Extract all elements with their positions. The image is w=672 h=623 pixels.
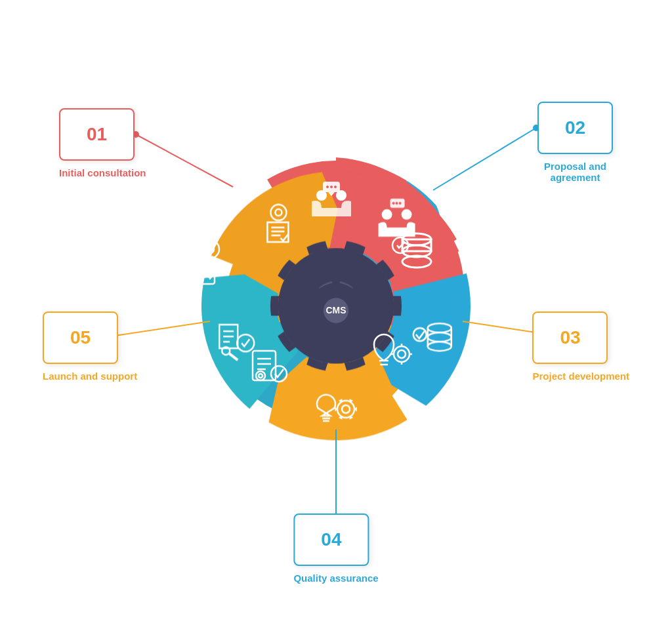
step-01-wrapper: 01 Initial consultation bbox=[59, 108, 146, 178]
svg-text:CMS: CMS bbox=[326, 305, 346, 315]
step-01-label: Initial consultation bbox=[59, 167, 146, 178]
gear-svg: CMS bbox=[303, 273, 369, 348]
step-05-box: 05 bbox=[43, 312, 118, 364]
step-05-label: Launch and support bbox=[43, 371, 137, 382]
step-02-box: 02 bbox=[537, 102, 613, 154]
step-04-label: Quality assurance bbox=[293, 573, 378, 584]
step-03-box: 03 bbox=[532, 312, 608, 364]
svg-point-45 bbox=[398, 350, 406, 358]
step-02-number: 02 bbox=[565, 117, 585, 138]
quality-icon bbox=[253, 351, 287, 382]
launch-icon bbox=[194, 240, 219, 284]
svg-point-41 bbox=[392, 237, 408, 253]
step-03-wrapper: 03 Project development bbox=[532, 312, 629, 382]
svg-point-44 bbox=[394, 346, 410, 362]
development-icon bbox=[374, 334, 412, 365]
step-04-number: 04 bbox=[321, 529, 341, 550]
consultation-icon bbox=[312, 182, 351, 216]
svg-point-35 bbox=[330, 186, 333, 188]
gear-center: CMS bbox=[303, 277, 369, 343]
svg-point-56 bbox=[259, 374, 262, 378]
step-04-box: 04 bbox=[293, 513, 369, 566]
svg-point-34 bbox=[326, 186, 329, 188]
step-02-wrapper: 02 Proposal andagreement bbox=[537, 102, 613, 183]
step-05-number: 05 bbox=[70, 327, 91, 348]
step-05-wrapper: 05 Launch and support bbox=[43, 312, 137, 382]
proposal-icon bbox=[392, 233, 431, 268]
svg-point-54 bbox=[271, 366, 287, 382]
svg-point-55 bbox=[256, 371, 265, 380]
step-02-label: Proposal andagreement bbox=[537, 161, 613, 183]
step-04-wrapper: 04 Quality assurance bbox=[293, 513, 378, 584]
svg-point-36 bbox=[334, 186, 337, 188]
step-03-label: Project development bbox=[532, 371, 629, 382]
step-03-number: 03 bbox=[560, 327, 580, 348]
main-container: CMS 01 Initial consultation 02 Proposal … bbox=[0, 0, 672, 623]
step-01-number: 01 bbox=[87, 124, 107, 145]
step-01-box: 01 bbox=[59, 108, 135, 161]
